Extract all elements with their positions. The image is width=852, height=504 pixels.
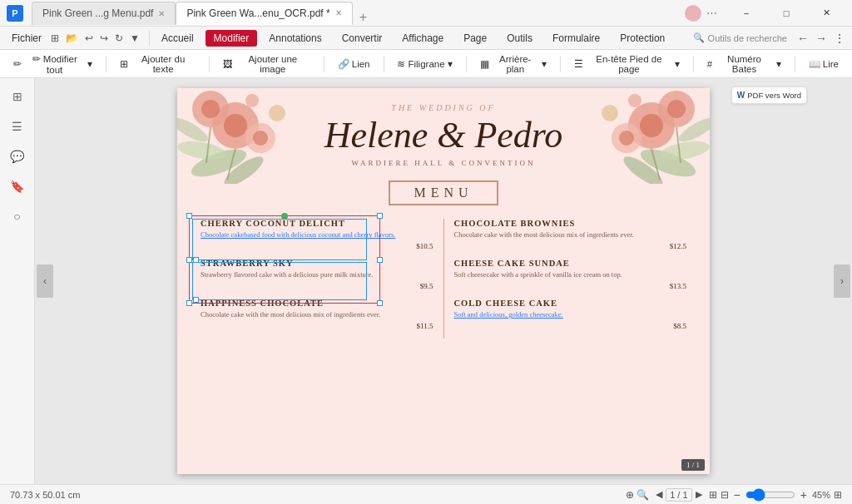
dropdown-icon[interactable]: ▼	[127, 31, 142, 46]
zoom-level: 45%	[812, 490, 830, 500]
menu-outils[interactable]: Outils	[498, 30, 541, 47]
strawberry-price: $9.5	[201, 282, 433, 290]
back-icon[interactable]: ←	[797, 32, 809, 45]
search-area: 🔍 Outils de recherche	[693, 32, 787, 43]
title-bar-left: P Pink Green ...g Menu.pdf ✕ Pink Green …	[7, 2, 374, 25]
next-page-btn[interactable]: ›	[834, 264, 850, 298]
menu-annotations[interactable]: Annotations	[260, 30, 329, 47]
minimize-btn[interactable]: −	[727, 0, 765, 27]
sep-6	[560, 56, 561, 72]
next-nav-icon[interactable]: ▶	[696, 489, 702, 500]
title-bar: P Pink Green ...g Menu.pdf ✕ Pink Green …	[0, 0, 852, 27]
tab-1-close[interactable]: ✕	[158, 9, 165, 18]
add-text-btn[interactable]: ⊞ Ajouter du texte	[113, 51, 202, 77]
new-icon[interactable]: ⊞	[48, 31, 62, 46]
toolbar: ✏ ✏ Modifier tout ▾ ⊞ Ajouter du texte 🖼…	[0, 50, 852, 78]
handle-bl	[186, 300, 192, 306]
close-btn[interactable]: ✕	[807, 0, 845, 27]
more-dots-icon[interactable]: ⋮	[834, 32, 845, 45]
doc-page: THE WEDDING OF Helene & Pedro WARDIERE H…	[177, 88, 710, 474]
save-icon[interactable]: ↻	[112, 31, 126, 46]
doc-area: ‹ › W PDF vers Word	[35, 78, 852, 484]
zoom-in-btn[interactable]: +	[799, 488, 809, 502]
tab-2[interactable]: Pink Green Wa...enu_OCR.pdf * ✕	[176, 2, 352, 25]
inner-handle-bm	[193, 257, 199, 263]
view-icon-1[interactable]: ⊞	[709, 489, 717, 501]
panel-comments-icon[interactable]: 💬	[7, 146, 27, 166]
panel-circle-icon[interactable]: ○	[7, 206, 27, 226]
forward-icon[interactable]: →	[815, 32, 827, 45]
brownies-price: $12.5	[454, 242, 687, 250]
sep-1	[106, 56, 106, 72]
menu-title-box: MENU	[389, 180, 498, 205]
more-icon[interactable]: ⋯	[706, 7, 717, 19]
bg-icon: ▦	[480, 58, 489, 70]
add-text-icon: ⊞	[120, 58, 128, 70]
undo-icon[interactable]: ↩	[82, 31, 96, 46]
panel-pages-icon[interactable]: ⊞	[7, 86, 27, 106]
tabs-container: Pink Green ...g Menu.pdf ✕ Pink Green Wa…	[32, 2, 374, 25]
menu-convertir[interactable]: Convertir	[334, 30, 391, 47]
watermark-btn[interactable]: ≋ Filigrane ▾	[390, 55, 458, 73]
tab-2-close[interactable]: ✕	[335, 8, 342, 17]
menu-affichage[interactable]: Affichage	[394, 30, 452, 47]
dimensions-label: 70.73 x 50.01 cm	[10, 490, 80, 500]
menu-protection[interactable]: Protection	[612, 30, 673, 47]
header-icon: ☰	[574, 58, 583, 70]
title-controls: ⋯ − □ ✕	[676, 0, 845, 27]
zoom-out-btn[interactable]: −	[732, 488, 742, 502]
read-btn[interactable]: 📖 Lire	[802, 55, 845, 73]
view-icon-2[interactable]: ⊟	[721, 489, 729, 501]
open-icon[interactable]: 📂	[63, 31, 81, 46]
panel-bookmarks-icon[interactable]: ☰	[7, 116, 27, 136]
redo-icon[interactable]: ↪	[97, 31, 111, 46]
fit-page-icon[interactable]: ⊕	[626, 489, 634, 501]
menu-formulaire[interactable]: Formulaire	[544, 30, 608, 47]
left-panel: ⊞ ☰ 💬 🔖 ○	[0, 78, 35, 484]
fichier-menu[interactable]: Fichier	[7, 31, 47, 46]
edit-icon: ✏	[13, 58, 22, 70]
page-nav: ◀ 1 / 1 ▶	[656, 488, 701, 502]
new-tab-btn[interactable]: +	[353, 10, 374, 25]
bg-arrow-icon: ▾	[542, 58, 547, 70]
wedding-of-text: THE WEDDING OF	[194, 103, 693, 112]
watermark-icon: ≋	[397, 58, 405, 70]
fullscreen-icon[interactable]: ⊞	[834, 489, 842, 501]
happiness-desc: Chocolate cake with the most delicious m…	[201, 310, 433, 320]
search-label: Outils de recherche	[708, 33, 787, 43]
link-icon: 🔗	[338, 58, 349, 70]
menu-modifier[interactable]: Modifier	[206, 30, 258, 47]
pdf-word-btn[interactable]: W PDF vers Word	[731, 86, 807, 104]
header-footer-btn[interactable]: ☰ En-tête Pied de page ▾	[567, 51, 686, 77]
page-badge: 1 / 1	[681, 459, 705, 471]
background-btn[interactable]: ▦ Arrière-plan ▾	[473, 51, 553, 77]
menu-item-sundae: CHEESE CAKE SUNDAE Soft cheesecake with …	[454, 259, 687, 290]
bates-icon: #	[707, 59, 712, 69]
menu-col-left: CHERRY COCONUT DELICHT Chocolate cakebas…	[194, 219, 440, 338]
menu-col-right: CHOCOLATE BROWNIES Chocolate cake with t…	[448, 219, 694, 338]
zoom-slider[interactable]	[746, 488, 795, 502]
page-input[interactable]: 1 / 1	[666, 488, 691, 502]
fit-width-icon[interactable]: 🔍	[637, 489, 649, 501]
word-icon: W	[737, 91, 745, 100]
cherry-title: CHERRY COCONUT DELICHT	[201, 219, 433, 228]
prev-nav-icon[interactable]: ◀	[656, 489, 662, 500]
menu-title-wrap: MENU	[177, 174, 710, 212]
add-image-btn[interactable]: 🖼 Ajouter une image	[216, 51, 317, 77]
cherry-desc: Chocolate cakebased food with delicious …	[201, 230, 433, 240]
happiness-title: HAPPINESS CHOCOLATE	[201, 299, 433, 308]
wedding-header: THE WEDDING OF Helene & Pedro WARDIERE H…	[177, 88, 710, 174]
link-btn[interactable]: 🔗 Lien	[331, 55, 377, 73]
tab-1[interactable]: Pink Green ...g Menu.pdf ✕	[32, 2, 176, 25]
panel-attachments-icon[interactable]: 🔖	[7, 176, 27, 196]
handle-tl	[186, 213, 192, 219]
venue-text: WARDIERE HALL & CONVENTION	[194, 159, 693, 167]
menu-accueil[interactable]: Accueil	[153, 30, 202, 47]
image-icon: 🖼	[223, 59, 233, 69]
modifier-tout-btn[interactable]: ✏ ✏ Modifier tout ▾	[7, 50, 99, 78]
read-icon: 📖	[809, 58, 820, 70]
prev-page-btn[interactable]: ‹	[37, 264, 53, 298]
maximize-btn[interactable]: □	[767, 0, 805, 27]
menu-page[interactable]: Page	[455, 30, 495, 47]
bates-btn[interactable]: # Numéro Bates ▾	[701, 51, 788, 77]
